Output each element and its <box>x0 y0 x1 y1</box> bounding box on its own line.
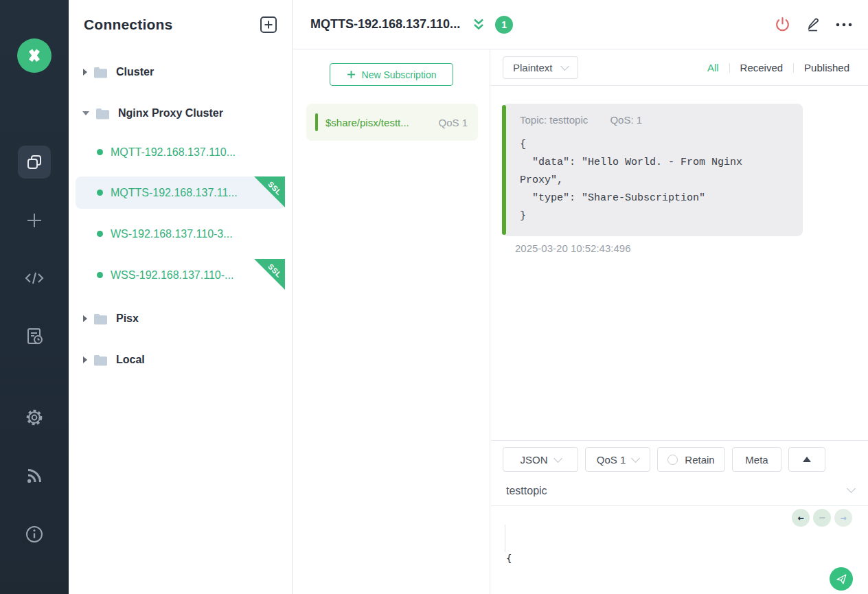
connected-dot-icon <box>97 272 103 278</box>
message-toolbar: Plaintext All Received Published <box>491 50 868 86</box>
pencil-icon <box>805 16 821 32</box>
connection-item-mqtt[interactable]: MQTT-192.168.137.110... <box>76 136 285 168</box>
publish-qos-select[interactable]: QoS 1 <box>585 447 650 472</box>
sidebar-item-new-connection[interactable] <box>23 209 45 231</box>
history-back-button[interactable]: ← <box>792 509 810 527</box>
connection-label: MQTTS-192.168.137.11... <box>111 187 238 199</box>
received-message-card[interactable]: Topic: testtopic QoS: 1 { "data": "Hello… <box>502 104 803 236</box>
chevron-down-icon <box>553 454 562 463</box>
ellipsis-icon <box>835 16 853 32</box>
connected-dot-icon <box>97 231 103 237</box>
new-subscription-button[interactable]: New Subscription <box>330 63 453 86</box>
payload-format-select[interactable]: Plaintext <box>503 56 578 79</box>
log-icon <box>25 327 44 346</box>
caret-down-icon[interactable] <box>82 111 89 115</box>
publish-format-select[interactable]: JSON <box>503 447 578 472</box>
connection-label: MQTT-192.168.137.110... <box>111 146 236 159</box>
connection-title: MQTTS-192.168.137.110... <box>310 17 460 32</box>
subscriptions-panel: New Subscription $share/pisx/testt... Qo… <box>293 50 490 594</box>
rss-icon <box>25 467 43 485</box>
caret-right-icon[interactable] <box>83 356 87 363</box>
folder-open-icon <box>95 108 110 119</box>
folder-pisx[interactable]: Pisx <box>69 302 292 335</box>
subscription-color-bar <box>315 113 318 131</box>
folder-icon <box>93 67 108 78</box>
publish-qos-value: QoS 1 <box>597 454 626 466</box>
edit-connection-button[interactable] <box>805 16 821 32</box>
message-color-bar <box>502 105 506 235</box>
power-icon <box>775 16 790 32</box>
tab-received[interactable]: Received <box>730 62 794 73</box>
subscription-item[interactable]: $share/pisx/testt... QoS 1 <box>306 104 478 141</box>
new-subscription-label: New Subscription <box>362 69 437 80</box>
history-clear-button[interactable]: − <box>813 509 831 527</box>
payload-editor[interactable]: { "data": "Hello World. - From Nginx Pro… <box>491 506 868 594</box>
message-qos: QoS: 1 <box>610 114 642 126</box>
folder-icon <box>93 313 108 325</box>
message-meta: Topic: testtopic QoS: 1 <box>520 114 792 126</box>
connection-header: MQTTS-192.168.137.110... 1 <box>293 0 868 49</box>
folder-label: Pisx <box>116 312 139 325</box>
tab-all[interactable]: All <box>697 62 729 73</box>
connection-item-wss[interactable]: WSS-192.168.137.110-... SSL <box>76 259 285 291</box>
sidebar-item-log[interactable] <box>23 325 45 347</box>
header-actions <box>775 16 853 32</box>
sidebar-item-feed[interactable] <box>23 465 45 487</box>
disconnect-button[interactable] <box>775 16 790 32</box>
payload-format-value: Plaintext <box>513 62 553 73</box>
connections-panel: Connections Cluster Nginx Proxy Cluster … <box>69 0 293 594</box>
connection-item-mqtts-selected[interactable]: MQTTS-192.168.137.11... SSL <box>76 176 285 209</box>
connection-item-ws[interactable]: WS-192.168.137.110-3... <box>76 218 285 250</box>
message-topic: Topic: testtopic <box>520 114 588 126</box>
connections-icon <box>25 153 43 171</box>
indent-guide <box>505 525 505 552</box>
history-navigation: ← − → <box>792 509 852 527</box>
history-forward-button[interactable]: → <box>834 509 852 527</box>
chevron-down-icon[interactable] <box>847 484 856 493</box>
new-connection-button[interactable] <box>260 16 277 33</box>
sidebar-item-script[interactable] <box>23 267 45 289</box>
gear-icon <box>25 408 44 427</box>
paper-plane-icon <box>835 573 847 585</box>
info-icon <box>25 525 44 544</box>
editor-line: { <box>506 551 868 565</box>
mqttx-logo <box>17 38 52 73</box>
message-filter-tabs: All Received Published <box>697 62 860 73</box>
sidebar-item-connections[interactable] <box>18 146 51 179</box>
message-list[interactable]: Topic: testtopic QoS: 1 { "data": "Hello… <box>491 87 868 440</box>
publish-topic-input[interactable]: testtopic <box>506 478 547 504</box>
publish-format-value: JSON <box>520 454 547 466</box>
folder-label: Cluster <box>116 66 154 78</box>
caret-right-icon[interactable] <box>83 315 87 322</box>
folder-icon <box>93 354 108 366</box>
double-chevron-down-icon[interactable] <box>470 16 487 33</box>
folder-local[interactable]: Local <box>69 343 292 376</box>
connections-title: Connections <box>84 16 172 33</box>
retain-toggle[interactable]: Retain <box>657 447 725 472</box>
sidebar-item-about[interactable] <box>23 523 45 545</box>
code-icon <box>24 269 45 287</box>
plus-icon <box>347 70 356 79</box>
unread-count-badge: 1 <box>495 16 513 34</box>
collapse-publish-button[interactable] <box>788 447 825 472</box>
publish-toolbar: JSON QoS 1 Retain Meta <box>491 441 868 472</box>
tab-published[interactable]: Published <box>794 62 860 73</box>
folder-cluster[interactable]: Cluster <box>69 56 292 89</box>
retain-radio-icon[interactable] <box>667 455 678 465</box>
meta-button[interactable]: Meta <box>732 447 781 472</box>
retain-label: Retain <box>685 454 714 466</box>
connections-header: Connections <box>69 0 292 33</box>
triangle-up-icon <box>803 457 811 462</box>
plus-icon <box>25 211 44 230</box>
folder-nginx-proxy-cluster[interactable]: Nginx Proxy Cluster <box>69 97 292 130</box>
connection-label: WSS-192.168.137.110-... <box>111 269 233 282</box>
sidebar-item-settings[interactable] <box>23 407 45 429</box>
message-timestamp: 2025-03-20 10:52:43:496 <box>515 242 868 254</box>
chevron-down-icon <box>631 454 640 463</box>
more-options-button[interactable] <box>835 16 853 32</box>
message-payload: { "data": "Hello World. - From Nginx Pro… <box>520 136 789 225</box>
send-button[interactable] <box>830 567 853 591</box>
caret-right-icon[interactable] <box>83 69 87 76</box>
folder-label: Local <box>116 354 145 366</box>
publish-panel: JSON QoS 1 Retain Meta testtopic <box>491 440 868 594</box>
